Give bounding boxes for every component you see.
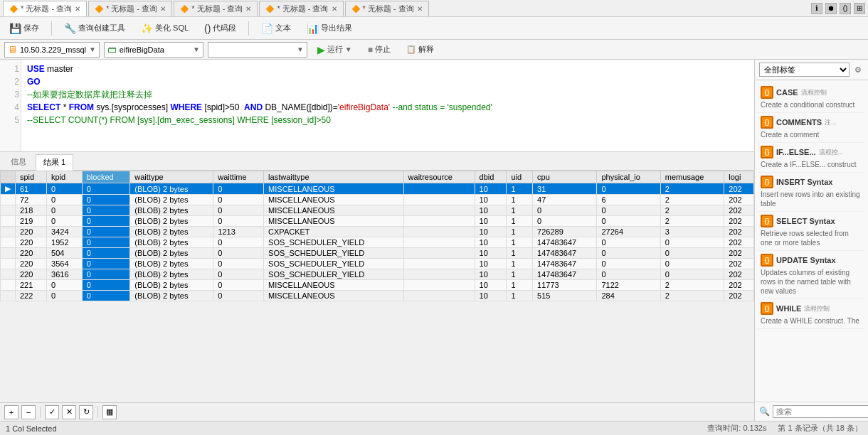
snippet-item[interactable]: {}INSERT SyntaxInsert new rows into an e…: [758, 173, 865, 212]
cell-dbid: 10: [475, 259, 507, 269]
tab-close-4[interactable]: ✕: [332, 5, 337, 13]
info-btn[interactable]: ℹ: [811, 3, 822, 14]
explain-label: 解释: [418, 44, 434, 55]
cell-spid: 219: [16, 216, 47, 227]
query-tool-button[interactable]: 🔧 查询创建工具: [59, 20, 130, 37]
snippet-item[interactable]: {}IF...ELSE...流程控...Create a IF...ELSE..…: [758, 143, 865, 173]
search-input[interactable]: [773, 405, 868, 418]
database-select[interactable]: 🗃 eifireBigData ▼: [104, 42, 203, 58]
cell-cpu: 47: [533, 195, 597, 205]
snippet-item[interactable]: {}COMMENTS注...Create a comment: [758, 113, 865, 143]
title-tab-4[interactable]: 🔶 * 无标题 - 查询 ✕: [259, 1, 343, 16]
beautify-button[interactable]: ✨ 美化 SQL: [136, 20, 194, 37]
table-row[interactable]: 7200(BLOB) 2 bytes0MISCELLANEOUS10147622…: [1, 195, 754, 205]
col-waittime[interactable]: waittime: [213, 171, 264, 183]
code-area[interactable]: USE master GO --如果要指定数据库就把注释去掉 SELECT * …: [21, 60, 754, 151]
editor-content[interactable]: 1 2 3 4 5 USE master GO --如果要指定数据库就把注释去掉…: [0, 60, 754, 151]
snippet-item[interactable]: {}WHILE流程控制Create a WHILE construct. The: [758, 299, 865, 329]
cell-logi: 202: [724, 248, 754, 259]
cell-logi: 202: [724, 205, 754, 216]
tab-close-1[interactable]: ✕: [75, 5, 80, 13]
cell-kpid: 0: [47, 195, 83, 205]
line-num-1: 1: [1, 63, 19, 75]
cell-lastwaittype: MISCELLANEOUS: [264, 291, 404, 301]
tab-close-3[interactable]: ✕: [245, 5, 251, 13]
snippet-item[interactable]: {}SELECT SyntaxRetrieve rows selected fr…: [758, 212, 865, 251]
cell-physical_io: 0: [597, 205, 660, 216]
text-button[interactable]: 📄 文本: [256, 20, 296, 37]
table-row[interactable]: 22035640(BLOB) 2 bytes0SOS_SCHEDULER_YIE…: [1, 259, 754, 269]
server-select[interactable]: 🖥 10.50.3.229_mssql ▼: [4, 42, 100, 58]
server-dropdown-icon: ▼: [89, 45, 96, 53]
cell-kpid: 0: [47, 216, 83, 227]
title-tab-1[interactable]: 🔶 * 无标题 - 查询 ✕: [3, 1, 87, 16]
col-memusage[interactable]: memusage: [660, 171, 724, 183]
tab-close-5[interactable]: ✕: [417, 5, 423, 13]
tag-select[interactable]: 全部标签: [759, 63, 850, 77]
empty-select[interactable]: ▼: [208, 42, 307, 58]
snippet-badge: 注...: [825, 118, 837, 127]
export-label: 导出结果: [321, 23, 352, 33]
filter-icon[interactable]: ⚙: [852, 64, 864, 75]
col-cpu[interactable]: cpu: [533, 171, 597, 183]
stop-button[interactable]: ■ 停止: [362, 43, 396, 56]
table-row[interactable]: 22034240(BLOB) 2 bytes1213CXPACKET101726…: [1, 227, 754, 237]
save-button[interactable]: 💾 保存: [4, 20, 44, 37]
export-button[interactable]: 📊 导出结果: [302, 20, 357, 37]
table-row[interactable]: ▶6100(BLOB) 2 bytes0MISCELLANEOUS1013102…: [1, 183, 754, 195]
cell-waittime: 0: [213, 248, 264, 259]
grid-btn[interactable]: ▦: [102, 405, 117, 419]
tab-icon-5: 🔶: [351, 5, 360, 13]
tab-label-5: * 无标题 - 查询: [363, 4, 414, 14]
snippet-item[interactable]: {}CASE流程控制Create a conditional construct: [758, 83, 865, 113]
col-blocked[interactable]: blocked: [82, 171, 130, 183]
table-row[interactable]: 22019520(BLOB) 2 bytes0SOS_SCHEDULER_YIE…: [1, 237, 754, 248]
check-btn[interactable]: ✓: [45, 405, 59, 419]
code-segment-button[interactable]: () 代码段: [199, 20, 241, 37]
col-logi[interactable]: logi: [724, 171, 754, 183]
tab-info[interactable]: 信息: [3, 154, 34, 170]
table-row[interactable]: 22200(BLOB) 2 bytes0MISCELLANEOUS1015152…: [1, 291, 754, 301]
cell-waitresource: [403, 216, 475, 227]
table-row[interactable]: 22036160(BLOB) 2 bytes0SOS_SCHEDULER_YIE…: [1, 269, 754, 280]
col-dbid[interactable]: dbid: [475, 171, 507, 183]
col-lastwaittype[interactable]: lastwaittype: [264, 171, 404, 183]
table-body: ▶6100(BLOB) 2 bytes0MISCELLANEOUS1013102…: [1, 183, 754, 301]
col-uid[interactable]: uid: [507, 171, 533, 183]
col-waitresource[interactable]: waitresource: [403, 171, 475, 183]
table-container[interactable]: spid kpid blocked waittype waittime last…: [0, 171, 754, 402]
run-button[interactable]: ▶ 运行 ▼: [312, 43, 358, 57]
title-tab-2[interactable]: 🔶 * 无标题 - 查询 ✕: [88, 1, 172, 16]
table-row[interactable]: 21900(BLOB) 2 bytes0MISCELLANEOUS1010022…: [1, 216, 754, 227]
run-icon: ▶: [317, 44, 325, 55]
col-kpid[interactable]: kpid: [47, 171, 83, 183]
explain-button[interactable]: 📋 解释: [401, 43, 440, 56]
table-row[interactable]: 2205040(BLOB) 2 bytes0SOS_SCHEDULER_YIEL…: [1, 248, 754, 259]
table-row[interactable]: 21800(BLOB) 2 bytes0MISCELLANEOUS1010022…: [1, 205, 754, 216]
cancel-btn[interactable]: ✕: [62, 405, 76, 419]
refresh-btn[interactable]: ↻: [79, 405, 93, 419]
col-spid[interactable]: spid: [16, 171, 47, 183]
editor-results: 1 2 3 4 5 USE master GO --如果要指定数据库就把注释去掉…: [0, 60, 754, 421]
title-tab-3[interactable]: 🔶 * 无标题 - 查询 ✕: [174, 1, 258, 16]
code-btn[interactable]: (): [840, 3, 851, 14]
tab-close-2[interactable]: ✕: [160, 5, 166, 13]
record-btn[interactable]: ⏺: [825, 3, 837, 14]
layout-btn[interactable]: ⊞: [854, 3, 865, 14]
cell-dbid: 10: [475, 227, 507, 237]
tab-results[interactable]: 结果 1: [36, 154, 73, 171]
del-btn[interactable]: −: [21, 405, 36, 419]
code-icon: (): [204, 23, 211, 34]
table-row[interactable]: 22100(BLOB) 2 bytes0MISCELLANEOUS1011177…: [1, 280, 754, 291]
title-tab-5[interactable]: 🔶 * 无标题 - 查询 ✕: [345, 1, 429, 16]
col-physical_io[interactable]: physical_io: [597, 171, 660, 183]
snippet-item[interactable]: {}UPDATE SyntaxUpdates columns of existi…: [758, 251, 865, 299]
col-waittype[interactable]: waittype: [130, 171, 213, 183]
cell-dbid: 10: [475, 269, 507, 280]
cell-waittype: (BLOB) 2 bytes: [130, 195, 213, 205]
cell-waitresource: [403, 227, 475, 237]
tab-icon-3: 🔶: [180, 5, 189, 13]
save-icon: 💾: [9, 23, 21, 34]
cell-uid: 1: [507, 291, 533, 301]
add-btn[interactable]: +: [4, 405, 18, 419]
